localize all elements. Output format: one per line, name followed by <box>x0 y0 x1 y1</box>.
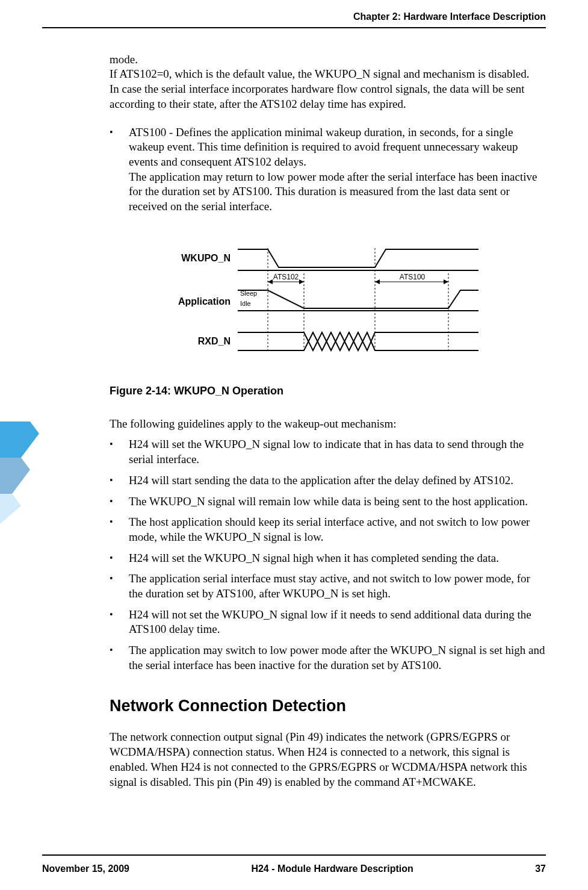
svg-marker-8 <box>375 279 380 284</box>
guideline-6: The application serial interface must st… <box>129 571 546 601</box>
diagram-label-idle: Idle <box>240 300 251 307</box>
guideline-8: The application may switch to low power … <box>129 643 546 673</box>
diagram-label-rxd: RXD_N <box>197 336 230 346</box>
footer-page-number: 37 <box>535 863 546 876</box>
diagram-label-ats102: ATS102 <box>273 273 299 281</box>
page-footer: November 15, 2009 H24 - Module Hardware … <box>42 854 546 876</box>
mode-line-3: In case the serial interface incorporate… <box>110 82 525 110</box>
guideline-2: H24 will start sending the data to the a… <box>129 473 546 488</box>
bullet-icon: • <box>110 437 129 467</box>
guidelines-list: •H24 will set the WKUPO_N signal low to … <box>110 437 546 673</box>
network-paragraph: The network connection output signal (Pi… <box>110 730 546 789</box>
list-item: •H24 will set the WKUPO_N signal high wh… <box>110 551 546 566</box>
diagram-label-wkupo: WKUPO_N <box>181 253 231 263</box>
figure-2-14: WKUPO_N ATS102 ATS100 Application Sl <box>110 237 546 376</box>
timing-diagram: WKUPO_N ATS102 ATS100 Application Sl <box>166 237 491 372</box>
list-item: •The application may switch to low power… <box>110 643 546 673</box>
svg-marker-5 <box>268 279 273 284</box>
list-item: •The WKUPO_N signal will remain low whil… <box>110 494 546 509</box>
continuation-paragraph: mode. If ATS102=0, which is the default … <box>110 52 546 112</box>
list-item: •H24 will not set the WKUPO_N signal low… <box>110 608 546 637</box>
list-item: •H24 will start sending the data to the … <box>110 473 546 488</box>
svg-marker-9 <box>444 279 448 284</box>
footer-date: November 15, 2009 <box>42 863 129 876</box>
mode-line-2: If ATS102=0, which is the default value,… <box>110 67 529 80</box>
list-item: •The host application should keep its se… <box>110 515 546 544</box>
diagram-label-application: Application <box>178 296 230 307</box>
heading-network-connection-detection: Network Connection Detection <box>110 696 546 717</box>
page-header: Chapter 2: Hardware Interface Descriptio… <box>42 11 546 28</box>
bullet-ats100-text-a: ATS100 - Defines the application minimal… <box>129 125 546 170</box>
bullet-icon: • <box>110 608 129 637</box>
chapter-label: Chapter 2: Hardware Interface Descriptio… <box>353 11 546 23</box>
svg-marker-6 <box>299 279 304 284</box>
bullet-ats100: • ATS100 - Defines the application minim… <box>110 125 546 214</box>
bullet-icon: • <box>110 551 129 566</box>
diagram-label-ats100: ATS100 <box>399 273 425 281</box>
bullet-icon: • <box>110 571 129 601</box>
bullet-icon: • <box>110 494 129 509</box>
guideline-1: H24 will set the WKUPO_N signal low to i… <box>129 437 546 467</box>
bullet-icon: • <box>110 125 129 214</box>
guideline-7: H24 will not set the WKUPO_N signal low … <box>129 608 546 637</box>
mode-line-1: mode. <box>110 53 138 66</box>
bullet-icon: • <box>110 643 129 673</box>
bullet-icon: • <box>110 515 129 544</box>
figure-caption: Figure 2-14: WKUPO_N Operation <box>110 384 546 398</box>
footer-title: H24 - Module Hardware Description <box>251 863 413 876</box>
bullet-ats100-text-b: The application may return to low power … <box>129 170 546 214</box>
guideline-3: The WKUPO_N signal will remain low while… <box>129 494 546 509</box>
guidelines-intro: The following guidelines apply to the wa… <box>110 417 546 432</box>
list-item: •The application serial interface must s… <box>110 571 546 601</box>
guideline-5: H24 will set the WKUPO_N signal high whe… <box>129 551 546 566</box>
list-item: •H24 will set the WKUPO_N signal low to … <box>110 437 546 467</box>
bullet-icon: • <box>110 473 129 488</box>
guideline-4: The host application should keep its ser… <box>129 515 546 544</box>
